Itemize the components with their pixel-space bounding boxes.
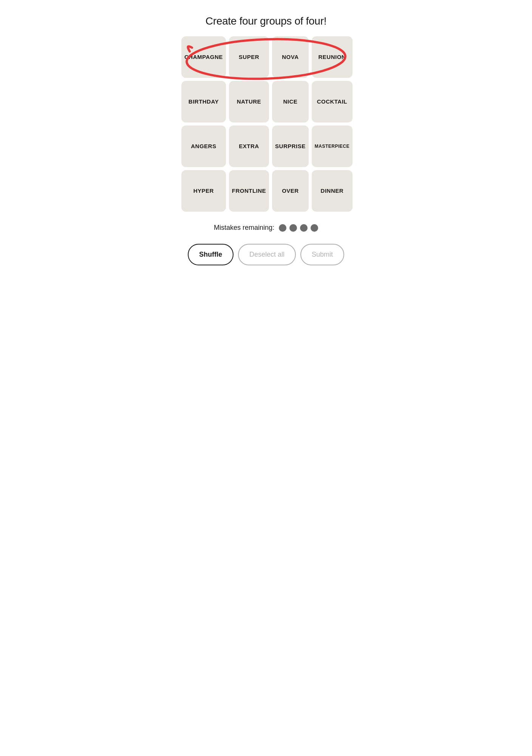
tile-angers[interactable]: ANGERS [181,125,226,167]
tile-reunion[interactable]: REUNION [312,36,353,78]
tile-cocktail[interactable]: COCKTAIL [312,81,353,122]
tile-label-cocktail: COCKTAIL [317,98,347,105]
tile-label-extra: EXTRA [239,143,259,150]
tile-birthday[interactable]: BIRTHDAY [181,81,226,122]
tile-label-champagne: CHAMPAGNE [184,54,223,60]
page-container: Create four groups of four! CHAMPAGNESUP… [175,0,357,280]
tile-label-birthday: BIRTHDAY [189,98,219,105]
tile-super[interactable]: SUPER [229,36,269,78]
grid-wrapper: CHAMPAGNESUPERNOVAREUNIONBIRTHDAYNATUREN… [181,36,351,212]
tile-label-nova: NOVA [282,54,298,60]
mistake-dot-4 [311,224,318,232]
tile-over[interactable]: OVER [272,170,309,212]
tile-nice[interactable]: NICE [272,81,309,122]
shuffle-button[interactable]: Shuffle [188,244,234,265]
word-grid: CHAMPAGNESUPERNOVAREUNIONBIRTHDAYNATUREN… [181,36,351,212]
tile-frontline[interactable]: FRONTLINE [229,170,269,212]
mistakes-section: Mistakes remaining: [214,224,318,232]
submit-button[interactable]: Submit [300,244,344,265]
tile-masterpiece[interactable]: MASTERPIECE [312,125,353,167]
tile-label-reunion: REUNION [319,54,346,60]
deselect-button[interactable]: Deselect all [238,244,296,265]
buttons-row: Shuffle Deselect all Submit [181,244,351,265]
mistake-dot-1 [279,224,286,232]
tile-extra[interactable]: EXTRA [229,125,269,167]
tile-hyper[interactable]: HYPER [181,170,226,212]
tile-champagne[interactable]: CHAMPAGNE [181,36,226,78]
tile-label-surprise: SURPRISE [275,143,306,150]
tile-label-super: SUPER [239,54,259,60]
mistakes-dots [279,224,318,232]
tile-nature[interactable]: NATURE [229,81,269,122]
tile-nova[interactable]: NOVA [272,36,309,78]
tile-dinner[interactable]: DINNER [312,170,353,212]
page-title: Create four groups of four! [206,15,326,27]
tile-label-nature: NATURE [237,98,261,105]
mistake-dot-3 [300,224,308,232]
tile-label-hyper: HYPER [193,187,214,194]
tile-label-angers: ANGERS [191,143,216,150]
tile-label-over: OVER [282,187,299,194]
tile-label-masterpiece: MASTERPIECE [315,144,350,149]
tile-label-frontline: FRONTLINE [232,187,266,194]
tile-label-nice: NICE [283,98,297,105]
mistakes-label: Mistakes remaining: [214,224,274,232]
tile-label-dinner: DINNER [321,187,344,194]
mistake-dot-2 [289,224,297,232]
tile-surprise[interactable]: SURPRISE [272,125,309,167]
